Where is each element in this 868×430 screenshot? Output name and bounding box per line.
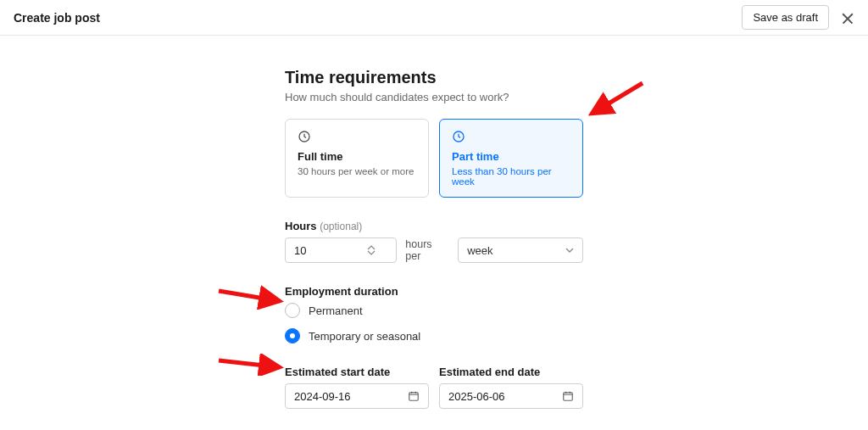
app-header: Create job post Save as draft bbox=[0, 0, 868, 36]
parttime-card[interactable]: Part time Less than 30 hours per week bbox=[439, 119, 583, 198]
chevron-down-icon bbox=[565, 248, 574, 253]
clock-icon bbox=[452, 130, 465, 143]
header-actions: Save as draft bbox=[742, 5, 854, 30]
chevron-down-icon bbox=[367, 250, 376, 255]
svg-rect-3 bbox=[564, 393, 573, 400]
hours-unit-select[interactable]: week bbox=[458, 237, 583, 263]
time-type-cards: Full time 30 hours per week or more Part… bbox=[285, 119, 583, 198]
fulltime-title: Full time bbox=[298, 150, 416, 163]
hours-input[interactable]: 10 bbox=[285, 237, 397, 263]
start-date-input[interactable]: 2024-09-16 bbox=[285, 383, 429, 409]
end-date-col: Estimated end date 2025-06-06 bbox=[439, 366, 583, 409]
start-date-value: 2024-09-16 bbox=[294, 390, 351, 403]
parttime-title: Part time bbox=[452, 150, 570, 163]
hours-unit-value: week bbox=[467, 244, 492, 257]
svg-rect-2 bbox=[409, 393, 419, 400]
temporary-radio-row[interactable]: Temporary or seasonal bbox=[285, 328, 583, 343]
calendar-icon bbox=[408, 390, 420, 402]
hours-row: 10 hours per week bbox=[285, 237, 583, 263]
end-date-label: Estimated end date bbox=[439, 366, 583, 378]
radio-icon bbox=[285, 303, 300, 318]
svg-line-6 bbox=[219, 360, 280, 367]
permanent-label: Permanent bbox=[309, 304, 363, 317]
annotation-arrow bbox=[214, 284, 286, 310]
date-row: Estimated start date 2024-09-16 Estimate… bbox=[285, 366, 583, 409]
svg-line-4 bbox=[592, 83, 643, 114]
annotation-arrow bbox=[583, 78, 651, 120]
calendar-icon bbox=[562, 390, 574, 402]
section-heading: Time requirements bbox=[285, 68, 583, 87]
hours-value: 10 bbox=[294, 244, 306, 257]
hours-optional-text: (optional) bbox=[320, 221, 362, 232]
section-subheading: How much should candidates expect to wor… bbox=[285, 91, 583, 103]
duration-label: Employment duration bbox=[285, 285, 583, 298]
radio-icon bbox=[285, 328, 300, 343]
close-icon[interactable] bbox=[841, 11, 854, 25]
temporary-label: Temporary or seasonal bbox=[309, 330, 420, 343]
clock-icon bbox=[298, 130, 311, 143]
fulltime-sub: 30 hours per week or more bbox=[298, 166, 416, 176]
page-title: Create job post bbox=[14, 11, 100, 25]
start-date-col: Estimated start date 2024-09-16 bbox=[285, 366, 429, 409]
hours-label: Hours (optional) bbox=[285, 220, 583, 232]
end-date-input[interactable]: 2025-06-06 bbox=[439, 383, 583, 409]
start-date-label: Estimated start date bbox=[285, 366, 429, 378]
annotation-arrow bbox=[214, 354, 286, 376]
permanent-radio-row[interactable]: Permanent bbox=[285, 303, 583, 318]
svg-line-5 bbox=[219, 291, 280, 301]
end-date-value: 2025-06-06 bbox=[448, 390, 505, 403]
form-container: Time requirements How much should candid… bbox=[285, 36, 583, 430]
number-stepper[interactable] bbox=[367, 245, 376, 255]
duration-radios: Permanent Temporary or seasonal bbox=[285, 303, 583, 343]
hours-per-text: hours per bbox=[405, 238, 449, 262]
parttime-sub: Less than 30 hours per week bbox=[452, 166, 570, 187]
save-draft-button[interactable]: Save as draft bbox=[742, 5, 829, 30]
hours-label-text: Hours bbox=[285, 220, 317, 232]
fulltime-card[interactable]: Full time 30 hours per week or more bbox=[285, 119, 429, 198]
